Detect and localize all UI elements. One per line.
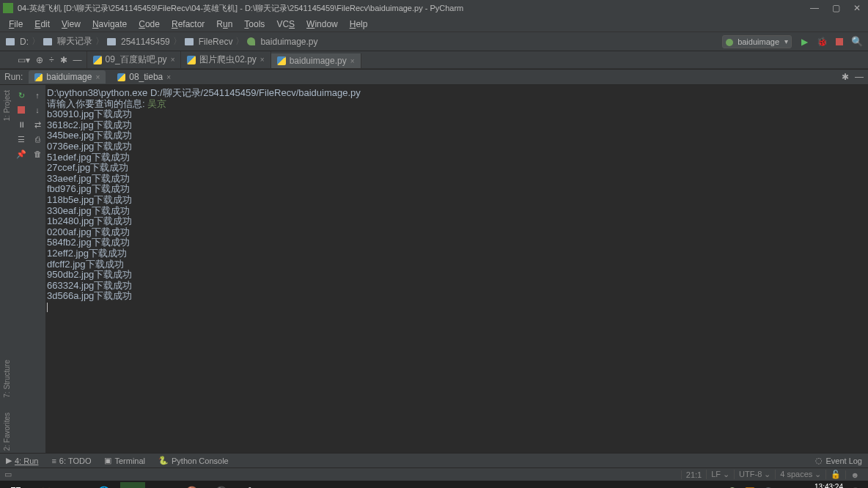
pause-icon[interactable]: ⏸ <box>15 119 27 130</box>
python-icon <box>117 73 125 81</box>
taskbar-typora-icon[interactable]: T <box>150 482 174 488</box>
taskbar-explorer-icon[interactable]: 📁 <box>32 482 57 488</box>
menu-refactor[interactable]: Refactor <box>167 18 209 31</box>
updown-icon[interactable]: ÷ <box>49 55 54 65</box>
status-position[interactable]: 21:1 <box>681 470 706 479</box>
bottom-run[interactable]: ▶ 4: Run <box>6 456 38 465</box>
close-button[interactable]: ✕ <box>853 3 861 13</box>
status-encoding[interactable]: UTF-8 ⌄ <box>734 470 775 479</box>
run-tab-label: baiduimage <box>46 72 92 82</box>
debug-button-icon[interactable]: 🐞 <box>817 37 827 47</box>
titlebar: 04-英雄飞机 [D:\聊天记录\2541145459\FileRecv\04-… <box>0 0 868 16</box>
folder-icon <box>6 38 15 45</box>
bottom-toolbar: ▶ 4: Run ≡ 6: TODO ▣ Terminal 🐍 Python C… <box>0 453 868 467</box>
status-inspect-icon[interactable]: ☻ <box>845 470 864 479</box>
sidebar-structure[interactable]: 7: Structure <box>3 358 11 400</box>
print-icon[interactable]: ⎙ <box>32 133 43 145</box>
python-icon <box>187 56 196 64</box>
sidebar-favorites[interactable]: 2: Favorites <box>3 410 11 453</box>
bottom-eventlog[interactable]: ◌ Event Log <box>815 456 862 465</box>
status-msg-icon[interactable]: ▭ <box>4 470 12 479</box>
maximize-button[interactable]: ▢ <box>832 3 840 13</box>
bottom-todo[interactable]: ≡ 6: TODO <box>51 456 91 465</box>
bottom-python-console[interactable]: 🐍 Python Console <box>158 456 229 465</box>
collapse-icon[interactable]: — <box>73 55 82 65</box>
close-tab-icon[interactable]: × <box>95 73 100 81</box>
taskbar-app-icon[interactable]: 🌩 <box>238 482 262 488</box>
crumb-folder1[interactable]: 聊天记录 <box>57 35 92 48</box>
run-tab-inactive[interactable]: 08_tieba × <box>111 70 177 84</box>
editor-tab-label: 图片爬虫02.py <box>199 53 256 66</box>
gear-icon[interactable]: ✱ <box>60 55 67 65</box>
system-tray[interactable]: ˄ 🔋 📶 🔊 中 英 13:43:24 2020/4/17 💬 <box>716 483 866 488</box>
windows-taskbar: 📁 🛍 🌐 PC T 🟤 ⚫ 🌩 ˄ 🔋 📶 🔊 中 英 13:43:24 20… <box>0 481 868 488</box>
rerun-icon[interactable]: ↻ <box>15 89 27 101</box>
presentation-icon[interactable]: ▭▾ <box>18 55 30 65</box>
close-tab-icon[interactable]: × <box>171 56 175 64</box>
up-icon[interactable]: ↑ <box>32 89 43 101</box>
taskbar-app-icon[interactable]: ⚫ <box>208 482 233 488</box>
menu-run[interactable]: Run <box>212 18 237 31</box>
menu-help[interactable]: Help <box>345 18 372 31</box>
run-tab-active[interactable]: baiduimage × <box>29 70 106 84</box>
menu-file[interactable]: File <box>4 18 27 31</box>
target-icon[interactable]: ⊕ <box>36 55 43 65</box>
pin-icon[interactable]: 📌 <box>15 148 27 160</box>
menu-tools[interactable]: Tools <box>240 18 269 31</box>
menu-view[interactable]: View <box>57 18 85 31</box>
layout-icon[interactable]: ☰ <box>15 133 27 145</box>
editor-tab-2[interactable]: 图片爬虫02.py × <box>181 51 271 68</box>
run-config-combo[interactable]: baiduimage <box>722 35 792 48</box>
bottom-terminal[interactable]: ▣ Terminal <box>104 456 145 465</box>
python-icon <box>93 56 102 64</box>
minimize-button[interactable]: — <box>810 3 819 13</box>
start-button[interactable] <box>3 482 28 488</box>
menu-edit[interactable]: Edit <box>30 18 54 31</box>
run-settings-icon[interactable]: ✱ <box>842 72 849 82</box>
search-icon[interactable]: 🔍 <box>852 37 862 47</box>
folder-icon <box>185 38 194 45</box>
crumb-drive[interactable]: D: <box>20 37 29 47</box>
editor-left-toolbar: ▭▾ ⊕ ÷ ✱ — <box>13 51 87 68</box>
tray-clock[interactable]: 13:43:24 2020/4/17 <box>811 483 844 488</box>
menubar: File Edit View Navigate Code Refactor Ru… <box>0 16 868 32</box>
run-hide-icon[interactable]: — <box>855 72 864 82</box>
editor-tabs: ▭▾ ⊕ ÷ ✱ — 09_百度贴吧.py × 图片爬虫02.py × baid… <box>0 51 868 69</box>
folder-icon <box>43 38 52 45</box>
menu-window[interactable]: Window <box>302 18 342 31</box>
taskbar-chrome-icon[interactable]: 🌐 <box>91 482 116 488</box>
editor-tab-1[interactable]: 09_百度贴吧.py × <box>87 51 182 68</box>
stop-icon[interactable] <box>15 104 27 116</box>
wrap-icon[interactable]: ⇄ <box>32 119 43 130</box>
trash-icon[interactable]: 🗑 <box>32 148 43 160</box>
crumb-folder3[interactable]: FileRecv <box>199 37 233 47</box>
close-tab-icon[interactable]: × <box>350 57 355 65</box>
status-lock-icon[interactable]: 🔓 <box>825 470 845 479</box>
navbar: D: 〉 聊天记录 〉 2541145459 〉 FileRecv 〉 baid… <box>0 32 868 51</box>
menu-code[interactable]: Code <box>134 18 164 31</box>
run-left-toolbar: ↻↑ ↓ ⏸⇄ ☰⎙ 📌🗑 <box>13 85 45 453</box>
python-icon <box>277 56 286 65</box>
close-tab-icon[interactable]: × <box>166 73 171 81</box>
console-output[interactable]: D:\python38\python.exe D:/聊天记录/254114545… <box>45 85 868 453</box>
menu-vcs[interactable]: VCS <box>272 18 299 31</box>
run-toolwindow-header: Run: baiduimage × 08_tieba × ✱ — <box>0 69 868 85</box>
sidebar-project[interactable]: 1: Project <box>3 88 11 123</box>
python-icon <box>34 73 43 81</box>
status-lineending[interactable]: LF ⌄ <box>706 470 734 479</box>
window-title: 04-英雄飞机 [D:\聊天记录\2541145459\FileRecv\04-… <box>18 3 810 14</box>
close-tab-icon[interactable]: × <box>260 56 265 64</box>
left-sidebar-strip: 1: Project 7: Structure 2: Favorites <box>0 85 13 453</box>
breadcrumb[interactable]: D: 〉 聊天记录 〉 2541145459 〉 FileRecv 〉 baid… <box>6 35 718 48</box>
down-icon[interactable]: ↓ <box>32 104 43 116</box>
crumb-folder2[interactable]: 2541145459 <box>121 37 170 47</box>
status-indent[interactable]: 4 spaces ⌄ <box>775 470 825 479</box>
taskbar-app-icon[interactable]: 🟤 <box>179 482 204 488</box>
stop-button-icon[interactable] <box>834 37 845 47</box>
menu-navigate[interactable]: Navigate <box>88 18 131 31</box>
taskbar-pycharm-icon[interactable]: PC <box>120 482 145 488</box>
editor-tab-3[interactable]: baiduimage.py × <box>271 53 361 68</box>
taskbar-store-icon[interactable]: 🛍 <box>62 482 87 488</box>
crumb-file[interactable]: baiduimage.py <box>260 37 317 47</box>
run-button-icon[interactable]: ▶ <box>799 37 809 47</box>
